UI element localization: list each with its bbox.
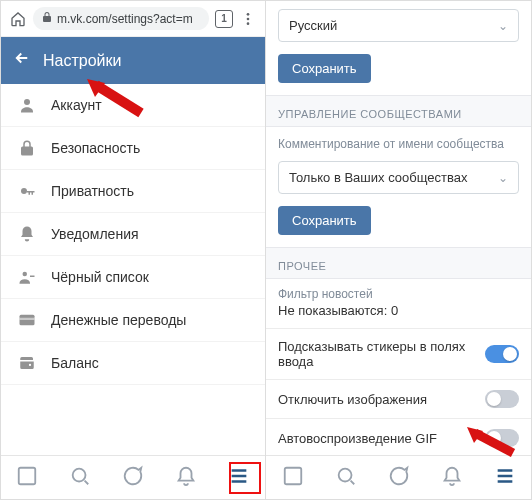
svg-rect-7 bbox=[20, 318, 35, 320]
url-bar[interactable]: m.vk.com/settings?act=m bbox=[33, 7, 209, 30]
sidebar-item-privacy[interactable]: Приватность bbox=[1, 170, 265, 213]
row-label: Аккаунт bbox=[51, 97, 102, 113]
nav-messages-icon[interactable] bbox=[122, 465, 144, 491]
section-communities: УПРАВЛЕНИЕ СООБЩЕСТВАМИ bbox=[266, 95, 531, 127]
svg-point-11 bbox=[338, 468, 351, 481]
toggle-images-row[interactable]: Отключить изображения bbox=[266, 380, 531, 419]
svg-point-4 bbox=[21, 188, 27, 194]
title-bar: Настройки bbox=[1, 37, 265, 84]
row-label: Баланс bbox=[51, 355, 99, 371]
sidebar-item-security[interactable]: Безопасность bbox=[1, 127, 265, 170]
nav-notifications-icon[interactable] bbox=[175, 465, 197, 491]
nav-messages-icon[interactable] bbox=[388, 465, 410, 491]
nav-newsfeed-icon[interactable] bbox=[16, 465, 38, 491]
home-icon[interactable] bbox=[9, 10, 27, 28]
lock-icon bbox=[17, 139, 37, 157]
row-label: Безопасность bbox=[51, 140, 140, 156]
svg-point-0 bbox=[247, 13, 250, 16]
toggle-switch-off[interactable] bbox=[485, 390, 519, 408]
comment-label: Комментирование от имени сообщества bbox=[266, 127, 531, 153]
toggle-stickers-label: Подсказывать стикеры в полях ввода bbox=[278, 339, 485, 369]
save-button-1[interactable]: Сохранить bbox=[278, 54, 371, 83]
bottom-nav bbox=[1, 455, 265, 499]
nav-search-icon[interactable] bbox=[335, 465, 357, 491]
svg-point-3 bbox=[24, 99, 30, 105]
nav-notifications-icon[interactable] bbox=[441, 465, 463, 491]
svg-point-9 bbox=[73, 468, 86, 481]
language-value: Русский bbox=[289, 18, 337, 33]
page-title: Настройки bbox=[43, 52, 121, 70]
row-label: Приватность bbox=[51, 183, 134, 199]
bell-icon bbox=[17, 225, 37, 243]
sidebar-item-notifications[interactable]: Уведомления bbox=[1, 213, 265, 256]
nav-newsfeed-icon[interactable] bbox=[282, 465, 304, 491]
sidebar-item-blacklist[interactable]: Чёрный список bbox=[1, 256, 265, 299]
key-icon bbox=[17, 182, 37, 200]
right-screenshot: Русский ⌄ Сохранить УПРАВЛЕНИЕ СООБЩЕСТВ… bbox=[266, 1, 531, 499]
nav-menu-icon[interactable] bbox=[228, 465, 250, 491]
svg-point-2 bbox=[247, 22, 250, 25]
user-icon bbox=[17, 96, 37, 114]
lock-icon bbox=[41, 11, 53, 26]
section-other: ПРОЧЕЕ bbox=[266, 247, 531, 279]
back-icon[interactable] bbox=[13, 49, 31, 72]
toggle-switch-off[interactable] bbox=[485, 429, 519, 447]
svg-point-5 bbox=[23, 272, 28, 277]
row-label: Чёрный список bbox=[51, 269, 149, 285]
language-select[interactable]: Русский ⌄ bbox=[278, 9, 519, 42]
tab-count[interactable]: 1 bbox=[215, 10, 233, 28]
browser-bar: m.vk.com/settings?act=m 1 bbox=[1, 1, 265, 37]
toggle-gif-label: Автовоспроизведение GIF bbox=[278, 431, 437, 446]
toggle-images-label: Отключить изображения bbox=[278, 392, 427, 407]
chevron-down-icon: ⌄ bbox=[498, 171, 508, 185]
comment-value: Только в Ваших сообществах bbox=[289, 170, 467, 185]
filter-value[interactable]: Не показываются: 0 bbox=[266, 301, 531, 329]
users-minus-icon bbox=[17, 268, 37, 286]
settings-list: Аккаунт Безопасность Приватность Уведомл… bbox=[1, 84, 265, 455]
sidebar-item-balance[interactable]: Баланс bbox=[1, 342, 265, 385]
sidebar-item-transfers[interactable]: Денежные переводы bbox=[1, 299, 265, 342]
comment-select[interactable]: Только в Ваших сообществах ⌄ bbox=[278, 161, 519, 194]
toggle-gif-row[interactable]: Автовоспроизведение GIF bbox=[266, 419, 531, 455]
left-screenshot: m.vk.com/settings?act=m 1 Настройки Акка… bbox=[1, 1, 266, 499]
toggle-stickers-row[interactable]: Подсказывать стикеры в полях ввода bbox=[266, 329, 531, 380]
filter-label: Фильтр новостей bbox=[266, 279, 531, 301]
more-icon[interactable] bbox=[239, 10, 257, 28]
svg-point-1 bbox=[247, 17, 250, 20]
svg-rect-10 bbox=[284, 467, 301, 484]
toggle-switch-on[interactable] bbox=[485, 345, 519, 363]
url-text: m.vk.com/settings?act=m bbox=[57, 12, 193, 26]
nav-search-icon[interactable] bbox=[69, 465, 91, 491]
row-label: Денежные переводы bbox=[51, 312, 186, 328]
card-icon bbox=[17, 311, 37, 329]
wallet-icon bbox=[17, 354, 37, 372]
sidebar-item-account[interactable]: Аккаунт bbox=[1, 84, 265, 127]
save-button-2[interactable]: Сохранить bbox=[278, 206, 371, 235]
svg-rect-8 bbox=[19, 467, 36, 484]
bottom-nav bbox=[266, 455, 531, 499]
nav-menu-icon[interactable] bbox=[494, 465, 516, 491]
chevron-down-icon: ⌄ bbox=[498, 19, 508, 33]
row-label: Уведомления bbox=[51, 226, 139, 242]
